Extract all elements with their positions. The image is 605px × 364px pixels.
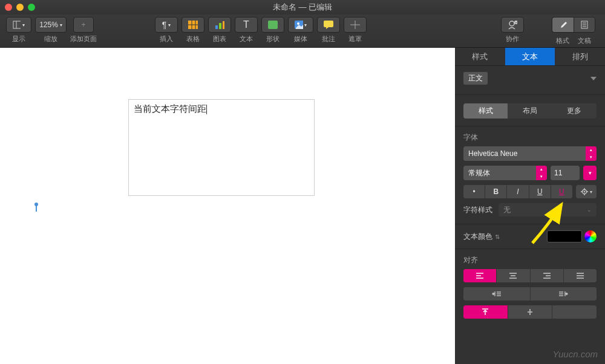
fullscreen-window-button[interactable] (28, 4, 35, 11)
valign-bottom-button[interactable] (552, 305, 597, 319)
shape-button[interactable] (261, 17, 284, 33)
svg-rect-6 (215, 25, 218, 29)
tab-arrange[interactable]: 排列 (555, 48, 605, 65)
document-label: 文稿 (578, 36, 591, 45)
insertion-cursor (33, 203, 39, 209)
indent-button[interactable] (531, 287, 597, 301)
paragraph-style-select[interactable]: 正文 (463, 72, 488, 85)
svg-point-11 (297, 22, 299, 25)
advanced-options-button[interactable]: ▾ (576, 185, 597, 198)
italic-button[interactable]: I (507, 185, 528, 198)
zoom-button[interactable]: 125%▾ (35, 17, 67, 33)
chevron-down-icon[interactable] (590, 77, 597, 80)
comment-icon (324, 21, 333, 29)
insert-button[interactable]: ¶▾ (155, 17, 178, 33)
shape-label: 形状 (266, 34, 280, 44)
font-size-stepper[interactable]: ▾ (583, 166, 597, 180)
text-color-swatch-button[interactable]: • (463, 185, 485, 198)
table-icon (188, 21, 198, 29)
bold-button[interactable]: B (485, 185, 506, 198)
format-label: 格式 (556, 36, 569, 45)
table-button[interactable] (182, 17, 204, 33)
view-icon (13, 21, 21, 29)
comment-button[interactable] (317, 17, 340, 33)
font-family-stepper[interactable]: ▴▾ (586, 146, 597, 161)
align-center-button[interactable] (497, 269, 529, 282)
window-title: 未命名 — 已编辑 (273, 2, 332, 13)
valign-middle-button[interactable] (508, 305, 552, 319)
text-box[interactable]: 当前文本字符间距 (128, 99, 315, 196)
font-section-label: 字体 (463, 132, 597, 143)
chart-icon (215, 21, 224, 29)
font-weight-stepper[interactable]: ▴▾ (536, 166, 547, 180)
text-subtabs: 样式 布局 更多 (463, 103, 597, 119)
svg-text:+: + (515, 21, 517, 24)
svg-rect-0 (13, 21, 21, 28)
svg-rect-12 (324, 21, 333, 27)
underline-button[interactable]: U (529, 185, 551, 198)
svg-rect-9 (268, 21, 278, 29)
svg-point-15 (509, 21, 514, 26)
document-icon (580, 21, 589, 29)
font-family-select[interactable]: Helvetica Neue ▴▾ (463, 146, 597, 161)
valign-top-button[interactable] (463, 305, 508, 319)
view-label: 显示 (12, 34, 25, 44)
mask-button[interactable] (344, 17, 367, 33)
comment-label: 批注 (322, 34, 335, 44)
collab-button[interactable]: + (501, 17, 524, 33)
inspector-panel: 样式 文本 排列 正文 样式 布局 更多 字体 Helvetica Neue ▴… (455, 48, 605, 364)
add-page-label: 添加页面 (70, 34, 97, 44)
strike-button[interactable]: U (551, 185, 572, 198)
subtab-layout[interactable]: 布局 (508, 103, 552, 119)
text-label: 文本 (240, 34, 253, 44)
svg-rect-7 (219, 23, 221, 29)
align-justify-button[interactable] (564, 269, 597, 282)
zoom-label: 缩放 (44, 34, 57, 44)
outdent-button[interactable] (463, 287, 530, 301)
media-button[interactable]: ▾ (288, 17, 313, 33)
text-content: 当前文本字符间距 (134, 103, 206, 114)
gear-icon (581, 187, 589, 196)
text-button[interactable]: T (235, 17, 258, 33)
collab-label: 协作 (506, 34, 519, 44)
mask-label: 遮罩 (348, 34, 362, 44)
inspector-tabs: 样式 文本 排列 (455, 48, 605, 66)
titlebar: 未命名 — 已编辑 (0, 0, 605, 15)
add-page-button[interactable]: + (73, 17, 94, 33)
chart-button[interactable] (208, 17, 231, 33)
table-label: 表格 (186, 34, 200, 44)
text-color-label: 文本颜色 (463, 232, 492, 242)
align-label: 对齐 (463, 255, 597, 265)
font-size-input[interactable]: 11 (551, 166, 580, 180)
subtab-style[interactable]: 样式 (463, 103, 508, 119)
tab-text[interactable]: 文本 (505, 48, 555, 65)
align-left-button[interactable] (463, 269, 496, 282)
chart-label: 图表 (213, 34, 226, 44)
svg-rect-8 (223, 21, 224, 29)
document-button[interactable] (574, 17, 595, 33)
updown-icon[interactable]: ⇅ (495, 233, 500, 240)
window-controls (5, 4, 35, 11)
watermark: Yuucn.com (553, 349, 598, 359)
format-button[interactable] (552, 17, 574, 33)
document-canvas[interactable]: 当前文本字符间距 (0, 48, 455, 364)
minimize-window-button[interactable] (16, 4, 24, 11)
char-style-select[interactable]: 无 ⌄ (499, 203, 597, 216)
close-window-button[interactable] (5, 4, 12, 11)
font-weight-select[interactable]: 常规体 ▴▾ (463, 166, 547, 180)
char-style-label: 字符样式 (463, 205, 492, 215)
mask-icon (350, 21, 360, 29)
toolbar: ▾ 显示 125%▾ 缩放 + 添加页面 ¶▾ 插入 表格 图表 T 文本 形状 (0, 15, 605, 48)
shape-icon (268, 21, 278, 29)
tab-style[interactable]: 样式 (455, 48, 505, 65)
color-wheel-button[interactable] (584, 230, 597, 242)
text-color-well[interactable] (547, 230, 582, 242)
view-button[interactable]: ▾ (6, 17, 31, 33)
media-icon (295, 21, 303, 29)
subtab-more[interactable]: 更多 (552, 103, 597, 119)
collab-icon: + (508, 20, 517, 30)
insert-label: 插入 (160, 34, 173, 44)
align-right-button[interactable] (531, 269, 563, 282)
media-label: 媒体 (294, 34, 307, 44)
svg-point-23 (583, 191, 585, 193)
